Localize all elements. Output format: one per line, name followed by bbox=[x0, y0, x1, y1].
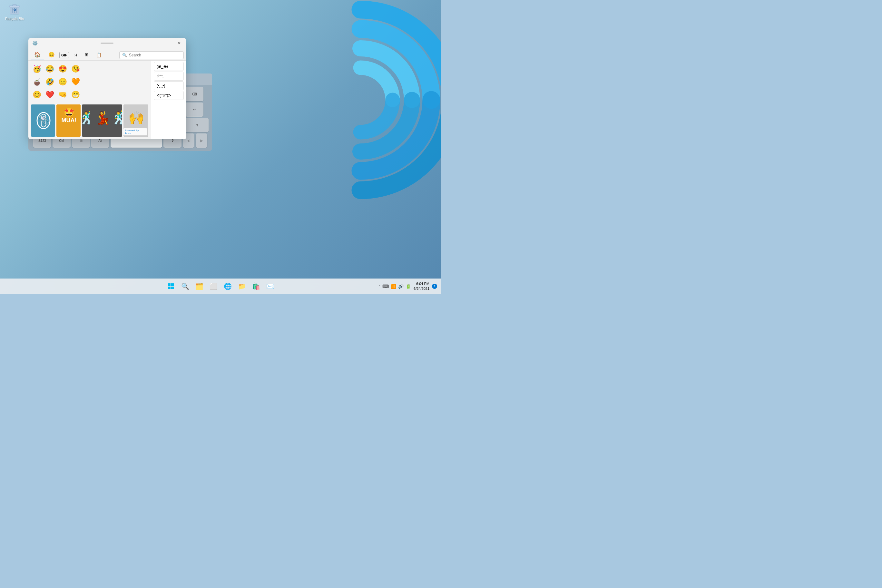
key-backspace[interactable]: ⌫ bbox=[185, 87, 203, 101]
desktop: ♻ Recycle Bin ⚙️ ✕ 🏠 😊 GIF ;-) ⊞ 📋 🔍 bbox=[0, 0, 441, 294]
emoji-row-3: 😊 ❤️ 🤜 😁 bbox=[31, 89, 148, 100]
emoji-grin[interactable]: 😁 bbox=[70, 89, 81, 100]
titlebar-drag bbox=[39, 42, 175, 44]
taskbar-icons: 🔍 🗂️ ⬜ 🌐 📁 🛍️ ✉️ bbox=[164, 280, 277, 293]
tab-smiley[interactable]: 😊 bbox=[45, 50, 58, 60]
clock-date: 6/24/2021 bbox=[414, 286, 429, 291]
search-box[interactable]: 🔍 bbox=[119, 51, 184, 59]
svg-text:MUA!: MUA! bbox=[62, 117, 77, 123]
gif-minion[interactable]: MUA! 🤩 bbox=[56, 105, 81, 136]
wifi-icon[interactable]: 📶 bbox=[391, 284, 396, 289]
battery-icon[interactable]: 🔋 bbox=[405, 284, 411, 289]
key-right[interactable]: ▷ bbox=[196, 134, 207, 148]
svg-text:📎: 📎 bbox=[38, 115, 50, 125]
gif-dancing[interactable]: 🕺💃🕺 bbox=[82, 105, 122, 136]
tab-gif[interactable]: GIF bbox=[59, 52, 69, 58]
emoji-row-2: 🧉 🤣 😑 🧡 bbox=[31, 76, 148, 88]
svg-rect-2 bbox=[13, 4, 16, 6]
sys-icons: ^ ⌨ 📶 🔊 🔋 bbox=[379, 284, 411, 289]
emoji-expressionless[interactable]: 😑 bbox=[57, 76, 68, 88]
gif-excited[interactable]: 🙌 Powered By Tenor bbox=[123, 105, 148, 136]
kaomoji-1[interactable]: (◉_◉) bbox=[154, 62, 184, 71]
search-icon: 🔍 bbox=[122, 53, 127, 57]
key-enter[interactable]: ↵ bbox=[185, 102, 203, 117]
emoji-fist[interactable]: 🤜 bbox=[57, 89, 68, 100]
kaomoji-section: (◉_◉) ☆*:. (•‿•) ᕙ(°▽°)ᕗ bbox=[151, 61, 186, 101]
svg-rect-1 bbox=[9, 6, 20, 7]
keyboard-icon[interactable]: ⌨ bbox=[382, 284, 389, 289]
gif-section: 📎 MUA! 🤩 bbox=[28, 105, 151, 139]
kaomoji-3[interactable]: (•‿•) bbox=[154, 81, 184, 90]
taskbar-search[interactable]: 🔍 bbox=[178, 280, 192, 293]
emoji-party[interactable]: 🥳 bbox=[31, 63, 42, 75]
tab-kaomoji[interactable]: ;-) bbox=[70, 51, 80, 59]
taskbar: 🔍 🗂️ ⬜ 🌐 📁 🛍️ ✉️ ^ ⌨ 📶 🔊 🔋 6:04 PM 6/24/… bbox=[0, 279, 441, 294]
tab-symbols[interactable]: ⊞ bbox=[81, 50, 92, 60]
emoji-row-1: 🥳 😂 😍 😘 bbox=[31, 63, 148, 75]
svg-line-3 bbox=[12, 8, 13, 13]
search-input[interactable] bbox=[129, 53, 181, 57]
kaomoji-4[interactable]: ᕙ(°▽°)ᕗ bbox=[154, 91, 184, 100]
tab-emoji-home[interactable]: 🏠 bbox=[31, 50, 44, 60]
emoji-laugh[interactable]: 😂 bbox=[44, 63, 56, 75]
svg-rect-22 bbox=[171, 286, 174, 289]
gif-paperclip[interactable]: 📎 bbox=[31, 105, 55, 136]
kaomoji-2[interactable]: ☆*:. bbox=[154, 72, 184, 81]
recycle-bin-icon: ♻ bbox=[8, 3, 21, 16]
emoji-rofl[interactable]: 🤣 bbox=[44, 76, 56, 88]
emoji-hearts[interactable]: 😍 bbox=[57, 63, 68, 75]
taskbar-start[interactable] bbox=[164, 280, 177, 293]
powered-by-tenor: Powered By Tenor bbox=[123, 128, 147, 135]
taskbar-taskview[interactable]: 🗂️ bbox=[193, 280, 206, 293]
recycle-bin-label: Recycle Bin bbox=[5, 17, 24, 21]
panel-left: 🥳 😂 😍 😘 🧉 🤣 😑 🧡 😊 ❤️ 🤜 bbox=[28, 61, 151, 139]
taskbar-store[interactable]: 🛍️ bbox=[249, 280, 262, 293]
taskbar-edge[interactable]: 🌐 bbox=[221, 280, 234, 293]
chevron-up-icon[interactable]: ^ bbox=[379, 284, 380, 288]
svg-text:🤩: 🤩 bbox=[63, 107, 75, 118]
taskbar-widgets[interactable]: ⬜ bbox=[207, 280, 220, 293]
svg-text:♻: ♻ bbox=[13, 8, 16, 12]
clock-time: 6:04 PM bbox=[414, 281, 429, 286]
key-shift-right[interactable]: ⇧ bbox=[185, 118, 208, 132]
panel-tabs: 🏠 😊 GIF ;-) ⊞ 📋 🔍 bbox=[28, 48, 186, 61]
titlebar-handle bbox=[100, 42, 114, 44]
close-button[interactable]: ✕ bbox=[175, 39, 184, 47]
emoji-heart[interactable]: 🧡 bbox=[70, 76, 81, 88]
panel-titlebar: ⚙️ ✕ bbox=[28, 38, 186, 48]
emoji-smile[interactable]: 😊 bbox=[31, 89, 42, 100]
volume-icon[interactable]: 🔊 bbox=[398, 284, 404, 289]
svg-rect-19 bbox=[168, 284, 171, 286]
win11-decoration bbox=[248, 0, 441, 213]
notification-badge[interactable]: 1 bbox=[432, 284, 437, 289]
emoji-kiss[interactable]: 😘 bbox=[70, 63, 81, 75]
svg-rect-21 bbox=[168, 286, 171, 289]
recycle-bin[interactable]: ♻ Recycle Bin bbox=[3, 3, 26, 21]
emoji-grid: 🥳 😂 😍 😘 🧉 🤣 😑 🧡 😊 ❤️ 🤜 bbox=[28, 61, 151, 105]
emoji-red-heart[interactable]: ❤️ bbox=[44, 89, 56, 100]
emoji-keyboard-panel: ⚙️ ✕ 🏠 😊 GIF ;-) ⊞ 📋 🔍 bbox=[28, 38, 186, 139]
panel-content: 🥳 😂 😍 😘 🧉 🤣 😑 🧡 😊 ❤️ 🤜 bbox=[28, 61, 186, 139]
taskbar-clock[interactable]: 6:04 PM 6/24/2021 bbox=[414, 281, 429, 291]
tab-clipboard[interactable]: 📋 bbox=[93, 50, 105, 60]
svg-text:🙌: 🙌 bbox=[128, 110, 144, 125]
settings-icon[interactable]: ⚙️ bbox=[31, 39, 39, 47]
taskbar-explorer[interactable]: 📁 bbox=[236, 280, 248, 293]
emoji-tea[interactable]: 🧉 bbox=[31, 76, 42, 88]
taskbar-mail[interactable]: ✉️ bbox=[264, 280, 277, 293]
panel-search-area: 🔍 bbox=[119, 51, 184, 59]
panel-right: (◉_◉) ☆*:. (•‿•) ᕙ(°▽°)ᕗ bbox=[151, 61, 186, 139]
svg-text:🕺💃🕺: 🕺💃🕺 bbox=[82, 110, 122, 125]
taskbar-right: ^ ⌨ 📶 🔊 🔋 6:04 PM 6/24/2021 1 bbox=[379, 281, 437, 291]
svg-line-5 bbox=[16, 8, 17, 13]
svg-rect-20 bbox=[171, 284, 174, 286]
